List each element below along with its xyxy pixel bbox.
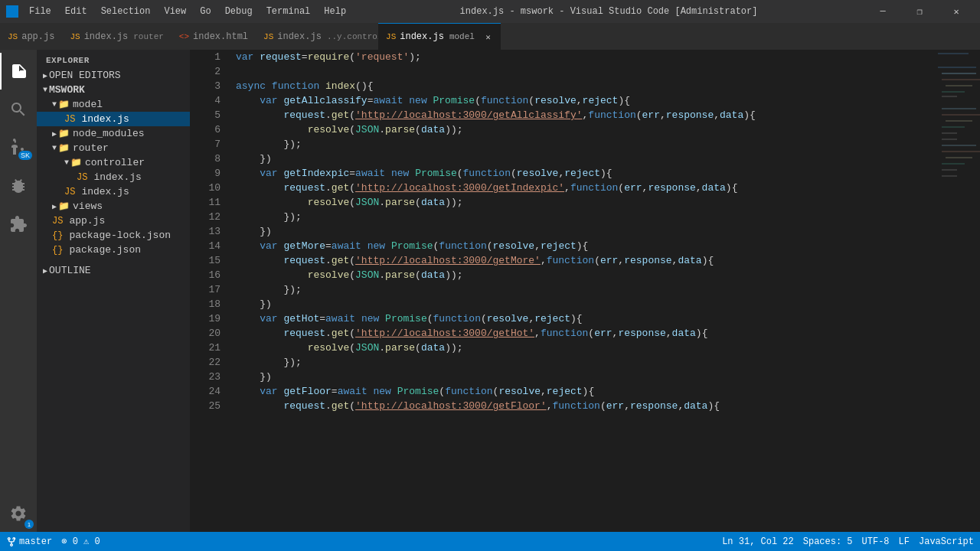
tab-app-js[interactable]: JS app.js: [0, 23, 62, 50]
json-file-icon: {}: [52, 245, 63, 256]
js-icon: JS: [8, 32, 18, 41]
menu-debug[interactable]: Debug: [219, 5, 259, 18]
menu-view[interactable]: View: [158, 5, 192, 18]
tab-index-js-model[interactable]: JS index.js model ✕: [378, 23, 501, 50]
views-label: views: [73, 201, 103, 212]
folder-icon: 📁: [70, 157, 82, 168]
chevron-right-icon: ▶: [43, 266, 47, 276]
menu-selection[interactable]: Selection: [95, 5, 157, 18]
package-lock-label: package-lock.json: [69, 230, 171, 241]
editor-container[interactable]: 12345 678910 1112131415 1617181920 21222…: [190, 50, 980, 532]
menu-file[interactable]: File: [23, 5, 57, 18]
code-line-6: resolve(JSON.parse(data));: [236, 122, 934, 137]
svg-rect-8: [942, 73, 976, 74]
tab-label: index.js: [84, 31, 129, 42]
title-bar-left: File Edit Selection View Go Debug Termin…: [6, 5, 352, 18]
svg-rect-19: [942, 169, 957, 171]
sidebar: EXPLORER ▶ OPEN EDITORS ▼ MSWORK ▼ 📁 mod…: [37, 50, 190, 532]
menu-go[interactable]: Go: [194, 5, 217, 18]
code-editor[interactable]: var request=require('request'); async fu…: [228, 50, 934, 532]
svg-rect-13: [942, 132, 957, 134]
sidebar-mswork-root[interactable]: ▼ MSWORK: [37, 83, 190, 97]
menu-terminal[interactable]: Terminal: [260, 5, 317, 18]
activity-debug[interactable]: [0, 168, 37, 204]
tab-close-button[interactable]: ✕: [483, 31, 493, 43]
svg-rect-2: [938, 67, 976, 68]
svg-rect-15: [942, 145, 976, 146]
activity-settings[interactable]: 1: [0, 495, 37, 532]
svg-rect-11: [946, 120, 972, 122]
tab-index-html[interactable]: <> index.html: [172, 23, 256, 50]
sidebar-node-modules[interactable]: ▶ 📁 node_modules: [37, 126, 190, 141]
chevron-right-icon: ▶: [43, 71, 47, 80]
eol-status[interactable]: LF: [899, 536, 910, 547]
sidebar-controller-folder[interactable]: ▼ 📁 controller: [37, 155, 190, 170]
spaces-label: Spaces: 5: [803, 536, 853, 547]
source-control-badge: SK: [18, 151, 32, 160]
errors-label: ⊗ 0 ⚠ 0: [61, 536, 100, 547]
sidebar-app-js[interactable]: JS app.js: [37, 214, 190, 228]
svg-rect-20: [942, 175, 957, 177]
chevron-down-icon: ▼: [52, 100, 57, 109]
json-file-icon: {}: [52, 230, 63, 241]
js-file-icon: JS: [64, 114, 75, 125]
svg-rect-17: [946, 157, 972, 158]
sidebar-package-json[interactable]: {} package.json: [37, 243, 190, 257]
encoding-status[interactable]: UTF-8: [862, 536, 890, 547]
sidebar-index-js-model[interactable]: JS index.js: [37, 112, 190, 126]
chevron-right-icon: ▶: [52, 129, 57, 139]
open-editors-label: OPEN EDITORS: [49, 70, 121, 81]
code-line-18: }): [236, 297, 934, 311]
controller-label: controller: [85, 157, 145, 168]
model-folder-label: model: [73, 99, 103, 110]
tab-label: app.js: [21, 31, 54, 42]
sidebar-outline[interactable]: ▶ OUTLINE: [37, 263, 190, 278]
menu-edit[interactable]: Edit: [59, 5, 93, 18]
tab-index-js-controller[interactable]: JS index.js ..y.controller: [256, 23, 378, 50]
sidebar-open-editors[interactable]: ▶ OPEN EDITORS: [37, 68, 190, 83]
maximize-button[interactable]: ❐: [902, 0, 937, 23]
sidebar-package-lock[interactable]: {} package-lock.json: [37, 228, 190, 243]
app-js-label: app.js: [69, 215, 105, 227]
sidebar-model-folder[interactable]: ▼ 📁 model: [37, 97, 190, 112]
chevron-down-icon: ▼: [64, 158, 69, 167]
sidebar-index-js-controller[interactable]: JS index.js: [37, 170, 190, 184]
code-line-10: request.get('http://localhost:3000/getIn…: [236, 181, 934, 195]
tab-sublabel: model: [449, 32, 475, 41]
status-bar-right: Ln 31, Col 22 Spaces: 5 UTF-8 LF JavaScr…: [722, 536, 974, 547]
code-line-19: var getHot=await new Promise(function(re…: [236, 311, 934, 326]
spaces-status[interactable]: Spaces: 5: [803, 536, 853, 547]
activity-search[interactable]: [0, 91, 37, 128]
svg-rect-12: [942, 126, 965, 128]
sidebar-views-folder[interactable]: ▶ 📁 views: [37, 199, 190, 214]
svg-rect-4: [942, 79, 980, 80]
folder-icon: 📁: [58, 142, 70, 154]
code-line-15: request.get('http://localhost:3000/getMo…: [236, 253, 934, 268]
chevron-right-icon: ▶: [52, 202, 57, 211]
js-file-icon: JS: [52, 216, 63, 227]
router-label: router: [73, 142, 109, 154]
menu-help[interactable]: Help: [318, 5, 352, 18]
sidebar-router-folder[interactable]: ▼ 📁 router: [37, 141, 190, 155]
vscode-icon: [6, 5, 18, 18]
folder-icon: 📁: [58, 99, 70, 110]
activity-source-control[interactable]: SK: [0, 129, 37, 166]
language-status[interactable]: JavaScript: [919, 536, 974, 547]
code-line-8: }): [236, 152, 934, 166]
activity-explorer[interactable]: [0, 53, 37, 90]
sidebar-index-js-router[interactable]: JS index.js: [37, 184, 190, 199]
explorer-title: EXPLORER: [37, 50, 190, 68]
git-branch-status[interactable]: master: [6, 536, 52, 547]
minimap: [934, 50, 980, 532]
close-button[interactable]: ✕: [939, 0, 974, 23]
code-line-24: var getFloor=await new Promise(function(…: [236, 384, 934, 399]
errors-status[interactable]: ⊗ 0 ⚠ 0: [61, 536, 100, 547]
svg-rect-9: [942, 108, 976, 109]
window-title: index.js - mswork - Visual Studio Code […: [460, 6, 758, 17]
code-line-2: [236, 64, 934, 79]
tab-index-js-router[interactable]: JS index.js router: [62, 23, 171, 50]
tab-label: index.html: [193, 31, 248, 42]
activity-extensions[interactable]: [0, 206, 37, 243]
minimize-button[interactable]: ─: [865, 0, 900, 23]
cursor-position-status[interactable]: Ln 31, Col 22: [722, 536, 794, 547]
